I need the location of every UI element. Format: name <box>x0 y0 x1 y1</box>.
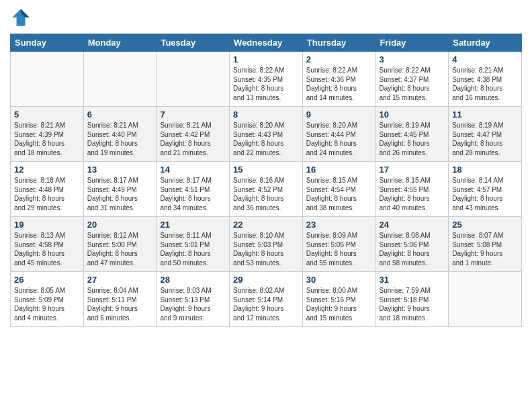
day-info: Sunrise: 8:17 AM Sunset: 4:51 PM Dayligh… <box>160 176 226 212</box>
day-number: 26 <box>14 275 80 285</box>
day-info: Sunrise: 8:22 AM Sunset: 4:37 PM Dayligh… <box>380 66 445 102</box>
day-number: 21 <box>160 220 226 230</box>
day-number: 10 <box>380 109 445 120</box>
calendar-cell: 9Sunrise: 8:20 AM Sunset: 4:44 PM Daylig… <box>302 107 375 162</box>
day-number: 9 <box>306 109 372 120</box>
calendar-cell: 22Sunrise: 8:10 AM Sunset: 5:03 PM Dayli… <box>230 217 303 272</box>
day-number: 28 <box>160 275 226 285</box>
calendar-cell <box>157 52 230 107</box>
day-info: Sunrise: 8:20 AM Sunset: 4:44 PM Dayligh… <box>306 121 372 157</box>
day-number: 24 <box>380 220 445 230</box>
weekday-header-saturday: Saturday <box>449 34 522 52</box>
calendar-cell: 29Sunrise: 8:02 AM Sunset: 5:14 PM Dayli… <box>230 272 303 327</box>
calendar-cell: 5Sunrise: 8:21 AM Sunset: 4:39 PM Daylig… <box>11 107 84 162</box>
day-info: Sunrise: 8:10 AM Sunset: 5:03 PM Dayligh… <box>233 231 299 267</box>
day-info: Sunrise: 8:15 AM Sunset: 4:55 PM Dayligh… <box>380 176 445 212</box>
calendar-cell: 27Sunrise: 8:04 AM Sunset: 5:11 PM Dayli… <box>83 272 157 327</box>
day-info: Sunrise: 8:19 AM Sunset: 4:45 PM Dayligh… <box>380 121 445 157</box>
calendar-cell: 6Sunrise: 8:21 AM Sunset: 4:40 PM Daylig… <box>83 107 157 162</box>
logo <box>10 7 34 28</box>
weekday-header-wednesday: Wednesday <box>230 34 303 52</box>
calendar-cell: 19Sunrise: 8:13 AM Sunset: 4:58 PM Dayli… <box>11 217 84 272</box>
calendar-cell: 16Sunrise: 8:15 AM Sunset: 4:54 PM Dayli… <box>302 162 375 217</box>
calendar-cell: 8Sunrise: 8:20 AM Sunset: 4:43 PM Daylig… <box>230 107 303 162</box>
day-info: Sunrise: 8:08 AM Sunset: 5:06 PM Dayligh… <box>380 231 445 267</box>
day-info: Sunrise: 8:21 AM Sunset: 4:40 PM Dayligh… <box>87 121 153 157</box>
calendar-cell: 15Sunrise: 8:16 AM Sunset: 4:52 PM Dayli… <box>230 162 303 217</box>
weekday-header-monday: Monday <box>83 34 157 52</box>
day-info: Sunrise: 8:21 AM Sunset: 4:38 PM Dayligh… <box>452 66 518 102</box>
calendar-cell: 11Sunrise: 8:19 AM Sunset: 4:47 PM Dayli… <box>449 107 522 162</box>
weekday-header-sunday: Sunday <box>11 34 84 52</box>
day-info: Sunrise: 8:22 AM Sunset: 4:36 PM Dayligh… <box>306 66 372 102</box>
day-number: 6 <box>87 109 153 120</box>
day-info: Sunrise: 8:19 AM Sunset: 4:47 PM Dayligh… <box>452 121 518 157</box>
calendar-cell: 20Sunrise: 8:12 AM Sunset: 5:00 PM Dayli… <box>83 217 157 272</box>
day-info: Sunrise: 8:00 AM Sunset: 5:16 PM Dayligh… <box>306 286 372 322</box>
day-number: 1 <box>233 54 299 64</box>
day-info: Sunrise: 8:20 AM Sunset: 4:43 PM Dayligh… <box>233 121 299 157</box>
day-number: 27 <box>87 275 153 285</box>
calendar: SundayMondayTuesdayWednesdayThursdayFrid… <box>10 34 522 327</box>
day-info: Sunrise: 8:21 AM Sunset: 4:39 PM Dayligh… <box>14 121 80 157</box>
calendar-cell: 25Sunrise: 8:07 AM Sunset: 5:08 PM Dayli… <box>449 217 522 272</box>
calendar-cell: 21Sunrise: 8:11 AM Sunset: 5:01 PM Dayli… <box>157 217 230 272</box>
day-number: 23 <box>306 220 372 230</box>
day-number: 5 <box>14 109 80 120</box>
day-number: 19 <box>14 220 80 230</box>
calendar-cell: 10Sunrise: 8:19 AM Sunset: 4:45 PM Dayli… <box>375 107 449 162</box>
day-number: 2 <box>306 54 372 64</box>
page-container: SundayMondayTuesdayWednesdayThursdayFrid… <box>0 0 532 330</box>
day-number: 13 <box>87 165 153 175</box>
day-info: Sunrise: 8:12 AM Sunset: 5:00 PM Dayligh… <box>87 231 153 267</box>
day-info: Sunrise: 8:18 AM Sunset: 4:48 PM Dayligh… <box>14 176 80 212</box>
day-number: 31 <box>380 275 445 285</box>
calendar-cell: 13Sunrise: 8:17 AM Sunset: 4:49 PM Dayli… <box>83 162 157 217</box>
calendar-cell: 26Sunrise: 8:05 AM Sunset: 5:09 PM Dayli… <box>11 272 84 327</box>
day-number: 17 <box>380 165 445 175</box>
calendar-cell: 2Sunrise: 8:22 AM Sunset: 4:36 PM Daylig… <box>302 52 375 107</box>
day-number: 16 <box>306 165 372 175</box>
weekday-header-tuesday: Tuesday <box>157 34 230 52</box>
day-number: 11 <box>452 109 518 120</box>
weekday-header-row: SundayMondayTuesdayWednesdayThursdayFrid… <box>11 34 522 52</box>
calendar-cell: 24Sunrise: 8:08 AM Sunset: 5:06 PM Dayli… <box>375 217 449 272</box>
day-info: Sunrise: 8:21 AM Sunset: 4:42 PM Dayligh… <box>160 121 226 157</box>
calendar-cell: 3Sunrise: 8:22 AM Sunset: 4:37 PM Daylig… <box>375 52 449 107</box>
weekday-header-thursday: Thursday <box>302 34 375 52</box>
week-row-4: 19Sunrise: 8:13 AM Sunset: 4:58 PM Dayli… <box>11 217 522 272</box>
day-info: Sunrise: 8:05 AM Sunset: 5:09 PM Dayligh… <box>14 286 80 322</box>
day-info: Sunrise: 8:03 AM Sunset: 5:13 PM Dayligh… <box>160 286 226 322</box>
day-info: Sunrise: 8:09 AM Sunset: 5:05 PM Dayligh… <box>306 231 372 267</box>
calendar-cell: 7Sunrise: 8:21 AM Sunset: 4:42 PM Daylig… <box>157 107 230 162</box>
calendar-cell: 1Sunrise: 8:22 AM Sunset: 4:35 PM Daylig… <box>230 52 303 107</box>
day-number: 4 <box>452 54 518 64</box>
calendar-cell: 14Sunrise: 8:17 AM Sunset: 4:51 PM Dayli… <box>157 162 230 217</box>
day-info: Sunrise: 7:59 AM Sunset: 5:18 PM Dayligh… <box>380 286 445 322</box>
day-info: Sunrise: 8:13 AM Sunset: 4:58 PM Dayligh… <box>14 231 80 267</box>
header <box>10 7 522 28</box>
day-number: 29 <box>233 275 299 285</box>
day-info: Sunrise: 8:11 AM Sunset: 5:01 PM Dayligh… <box>160 231 226 267</box>
day-info: Sunrise: 8:22 AM Sunset: 4:35 PM Dayligh… <box>233 66 299 102</box>
calendar-cell: 28Sunrise: 8:03 AM Sunset: 5:13 PM Dayli… <box>157 272 230 327</box>
week-row-2: 5Sunrise: 8:21 AM Sunset: 4:39 PM Daylig… <box>11 107 522 162</box>
calendar-cell <box>449 272 522 327</box>
day-info: Sunrise: 8:16 AM Sunset: 4:52 PM Dayligh… <box>233 176 299 212</box>
logo-icon <box>10 7 32 28</box>
week-row-5: 26Sunrise: 8:05 AM Sunset: 5:09 PM Dayli… <box>11 272 522 327</box>
day-number: 14 <box>160 165 226 175</box>
day-number: 8 <box>233 109 299 120</box>
day-info: Sunrise: 8:02 AM Sunset: 5:14 PM Dayligh… <box>233 286 299 322</box>
calendar-cell <box>11 52 84 107</box>
calendar-cell: 12Sunrise: 8:18 AM Sunset: 4:48 PM Dayli… <box>11 162 84 217</box>
weekday-header-friday: Friday <box>375 34 449 52</box>
calendar-cell: 4Sunrise: 8:21 AM Sunset: 4:38 PM Daylig… <box>449 52 522 107</box>
calendar-cell: 23Sunrise: 8:09 AM Sunset: 5:05 PM Dayli… <box>302 217 375 272</box>
week-row-1: 1Sunrise: 8:22 AM Sunset: 4:35 PM Daylig… <box>11 52 522 107</box>
day-number: 18 <box>452 165 518 175</box>
day-info: Sunrise: 8:14 AM Sunset: 4:57 PM Dayligh… <box>452 176 518 212</box>
day-number: 25 <box>452 220 518 230</box>
calendar-cell: 17Sunrise: 8:15 AM Sunset: 4:55 PM Dayli… <box>375 162 449 217</box>
day-number: 20 <box>87 220 153 230</box>
